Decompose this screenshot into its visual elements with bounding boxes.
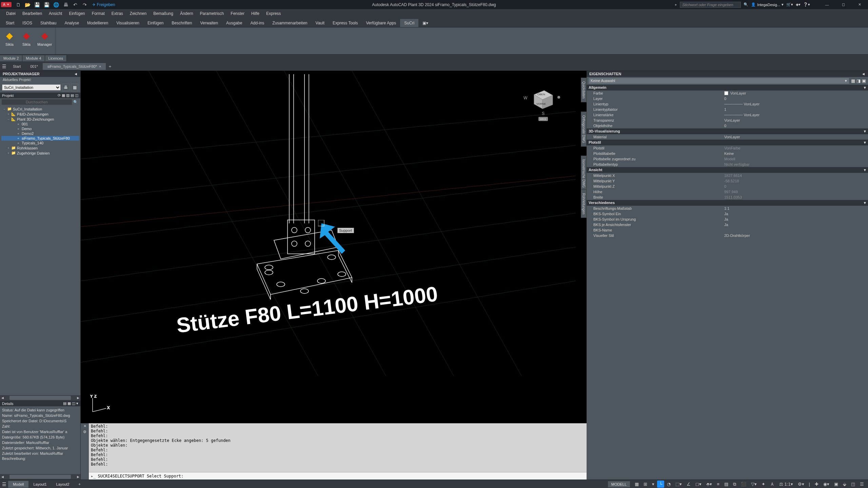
ribbon-tab[interactable]: ▣▾ bbox=[418, 19, 432, 27]
menu-einfügen[interactable]: Einfügen bbox=[65, 10, 88, 17]
prop-row[interactable]: Farbe VonLayer bbox=[587, 90, 868, 96]
ribbon-btn-manager[interactable]: ◆Manager bbox=[36, 29, 53, 47]
add-layout-button[interactable]: ＋ bbox=[74, 482, 85, 487]
ribbon-btn-sikla[interactable]: ◆Sikla bbox=[2, 29, 17, 47]
ribbon-tab[interactable]: Vault bbox=[312, 19, 329, 27]
menu-zeichnen[interactable]: Zeichnen bbox=[126, 10, 150, 17]
ribbon-tab[interactable]: Beschriften bbox=[167, 19, 196, 27]
prop-row[interactable]: Mittelpunkt Z0 bbox=[587, 184, 868, 189]
tree-refresh-icon[interactable]: ⟳ bbox=[58, 93, 61, 98]
sb-gizmo-icon[interactable]: ✦ bbox=[760, 481, 767, 488]
qat-undo-icon[interactable]: ↶ bbox=[71, 1, 79, 9]
doc-tab[interactable]: Start bbox=[8, 63, 25, 70]
qat-open-icon[interactable]: 📂 bbox=[24, 1, 32, 9]
prop-row[interactable]: TransparenzVonLayer bbox=[587, 118, 868, 123]
ribbon-tab[interactable]: Start bbox=[2, 19, 18, 27]
doc-tabs-menu-icon[interactable]: ☰ bbox=[0, 64, 8, 69]
tree-ic2-icon[interactable]: ▨ bbox=[66, 93, 70, 98]
menu-fenster[interactable]: Fenster bbox=[227, 10, 248, 17]
prop-row[interactable]: Linientyp─────── VonLayer bbox=[587, 101, 868, 107]
prop-row[interactable]: BKS-Symbol im UrsprungJa bbox=[587, 217, 868, 222]
prop-row[interactable]: Mittelpunkt X1827.6614 bbox=[587, 173, 868, 178]
sb-max-icon[interactable]: ▣ bbox=[832, 481, 840, 488]
details-ic3-icon[interactable]: ◫ bbox=[72, 401, 75, 406]
add-tab-button[interactable]: ＋ bbox=[106, 63, 114, 69]
prop-row[interactable]: Plottabelle zugeordnet zuModell bbox=[587, 156, 868, 162]
menu-datei[interactable]: Datei bbox=[3, 10, 19, 17]
app-menu[interactable]: A▼ bbox=[1, 2, 12, 7]
menu-hilfe[interactable]: Hilfe bbox=[248, 10, 263, 17]
project-select[interactable]: SuCri_Installation bbox=[2, 84, 61, 90]
prop-row[interactable]: BKS je AnsichtsfensterJa bbox=[587, 222, 868, 227]
tree-node[interactable]: ▫Demo2 bbox=[1, 131, 79, 136]
sb-vis-icon[interactable]: ◉▾ bbox=[821, 481, 831, 488]
layout-tab[interactable]: Layout1 bbox=[28, 481, 51, 488]
layout-tab[interactable]: Modell bbox=[8, 481, 28, 488]
help-search-input[interactable]: Stichwort oder Frage eingeben bbox=[680, 2, 741, 8]
sb-polar-icon[interactable]: ◔ bbox=[665, 481, 673, 488]
command-input[interactable]: ▸_ SUCRI4SELECTSUPPORT Select Support: bbox=[89, 472, 587, 480]
cmd-close-icon[interactable]: ✕ bbox=[83, 424, 86, 428]
menu-ansicht[interactable]: Ansicht bbox=[45, 10, 65, 17]
tree-ic4-icon[interactable]: ◫ bbox=[75, 93, 78, 98]
ribbon-tab[interactable]: Zusammenarbeiten bbox=[268, 19, 311, 27]
menu-format[interactable]: Format bbox=[88, 10, 108, 17]
sb-osnap-icon[interactable]: ◻▾ bbox=[693, 481, 704, 488]
tree-node[interactable]: ▫siFramo_Typicals_StützeF80 bbox=[1, 136, 79, 141]
prop-row[interactable]: PlotstiltabelleKeine bbox=[587, 151, 868, 156]
tab-close-icon[interactable]: × bbox=[99, 64, 101, 68]
ribbon-tab[interactable]: Ausgabe bbox=[222, 19, 246, 27]
tree-node[interactable]: ▫Typicals_140 bbox=[1, 141, 79, 145]
qat-redo-icon[interactable]: ↷ bbox=[81, 1, 89, 9]
minimize-button[interactable]: — bbox=[820, 1, 834, 9]
details-ic4-icon[interactable]: ▾ bbox=[76, 401, 78, 406]
tree-ic3-icon[interactable]: ▤ bbox=[71, 93, 74, 98]
sb-trans-icon[interactable]: ▨ bbox=[722, 481, 730, 488]
details-scrollbar[interactable]: ◀▶ bbox=[0, 474, 80, 480]
model-viewport[interactable]: Quickdaten Orthogonale DWG Isometrische … bbox=[81, 71, 587, 423]
layout-menu-icon[interactable]: ☰ bbox=[0, 482, 8, 487]
sb-iso-icon[interactable]: ⬚▾ bbox=[673, 481, 684, 488]
prop-row[interactable]: PlottabellentypNicht verfügbar bbox=[587, 162, 868, 167]
prop-row[interactable]: Beschriftungs-Maßstab1:1 bbox=[587, 206, 868, 211]
tree-ic1-icon[interactable]: ▦ bbox=[62, 93, 65, 98]
sb-custom-icon[interactable]: ☰ bbox=[858, 481, 866, 488]
sb-ws-icon[interactable]: ✚ bbox=[813, 481, 821, 488]
sb-cycle-icon[interactable]: ⧉ bbox=[731, 481, 738, 488]
tree-node[interactable]: +📁Zugehörige Dateien bbox=[1, 150, 79, 156]
palette-close-icon[interactable]: ◄ bbox=[74, 72, 78, 76]
qat-print-icon[interactable]: 🖶 bbox=[62, 1, 70, 9]
prop-row[interactable]: MaterialVonLayer bbox=[587, 134, 868, 140]
ribbon-tab[interactable]: Verfügbare Apps bbox=[362, 19, 400, 27]
prop-category[interactable]: Allgemein▾ bbox=[587, 85, 868, 90]
project-btn2-icon[interactable]: ▦ bbox=[71, 84, 78, 91]
tree-node[interactable]: +📐P&ID-Zeichnungen bbox=[1, 111, 79, 117]
ribbon-btn-sikla[interactable]: ◆Sikla bbox=[19, 29, 34, 47]
tree-node[interactable]: +📁Rohrklassen bbox=[1, 145, 79, 150]
help-icon[interactable]: ❔▾ bbox=[803, 2, 810, 7]
sb-filter-icon[interactable]: ▽▾ bbox=[749, 481, 759, 488]
sb-3dosnap-icon[interactable]: ⬘▾ bbox=[704, 481, 714, 488]
menu-ändern[interactable]: Ändern bbox=[177, 10, 197, 17]
sb-gear-icon[interactable]: ⚙▾ bbox=[796, 481, 806, 488]
sb-3d-icon[interactable]: ⬛ bbox=[739, 481, 748, 488]
maximize-button[interactable]: ◻ bbox=[836, 1, 851, 9]
menu-express[interactable]: Express bbox=[263, 10, 284, 17]
prop-category[interactable]: 3D-Visualisierung▾ bbox=[587, 128, 868, 134]
prop-row[interactable]: Visueller Stil2D-Drahtkörper bbox=[587, 233, 868, 238]
qat-web-icon[interactable]: 🌐 bbox=[52, 1, 60, 9]
cmd-opts-icon[interactable]: ⚙ bbox=[83, 430, 86, 434]
ribbon-group[interactable]: Module 4 bbox=[22, 55, 45, 61]
prop-row[interactable]: Mittelpunkt Y-58.5218 bbox=[587, 178, 868, 184]
prop-row[interactable]: BKS-Symbol EinJa bbox=[587, 211, 868, 217]
ribbon-tab[interactable]: Verwalten bbox=[196, 19, 222, 27]
user-menu[interactable]: 👤 IntegaDesig... ▾ bbox=[751, 2, 784, 7]
details-ic1-icon[interactable]: ▤ bbox=[63, 401, 66, 406]
space-indicator[interactable]: MODELL bbox=[608, 481, 630, 487]
props-close-icon[interactable]: ◄ bbox=[862, 72, 865, 76]
doc-tab[interactable]: siFramo_Typicals_StützeF80* × bbox=[43, 63, 106, 70]
menu-bearbeiten[interactable]: Bearbeiten bbox=[19, 10, 45, 17]
sb-snap-icon[interactable]: ⊞ bbox=[642, 481, 649, 488]
sb-ann-icon[interactable]: Ａ bbox=[768, 480, 776, 488]
ribbon-tab[interactable]: Modellieren bbox=[83, 19, 112, 27]
